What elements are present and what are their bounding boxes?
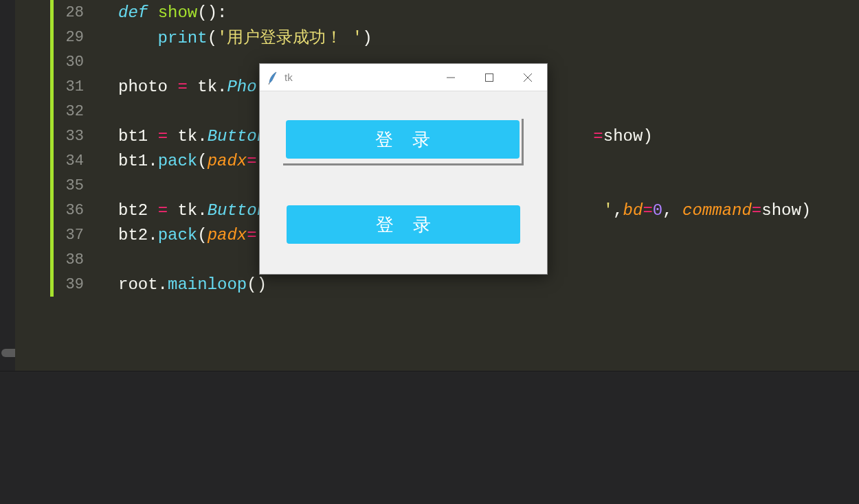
- code-content[interactable]: print('用户登录成功！ '): [89, 26, 372, 48]
- line-number: 36: [55, 202, 89, 219]
- left-margin: [0, 0, 15, 371]
- modified-indicator: [50, 0, 54, 297]
- tk-window-title: tk: [285, 71, 293, 83]
- svg-rect-2: [486, 73, 493, 81]
- line-number: 35: [55, 177, 89, 194]
- line-number: 32: [55, 103, 89, 120]
- code-content[interactable]: def show():: [89, 3, 227, 22]
- line-number: 37: [55, 227, 89, 244]
- line-number: 29: [55, 29, 89, 46]
- close-button[interactable]: [509, 64, 547, 91]
- line-number: 39: [55, 276, 89, 293]
- line-number: 33: [55, 128, 89, 145]
- window-controls: [432, 64, 547, 91]
- code-line[interactable]: 39root.mainloop(): [15, 272, 859, 297]
- svg-line-0: [269, 83, 269, 84]
- login-button-wrap-2: 登录: [287, 205, 520, 244]
- login-button-frame-1: 登录: [283, 119, 524, 165]
- code-content[interactable]: root.mainloop(): [89, 275, 267, 294]
- tk-body: 登录 登录: [260, 91, 547, 244]
- line-number: 34: [55, 152, 89, 170]
- code-content[interactable]: bt1.pack(padx=: [89, 152, 257, 170]
- line-number: 38: [55, 251, 89, 268]
- bottom-panel: [0, 371, 859, 504]
- tk-window: tk 登录 登录: [259, 63, 548, 275]
- login-button-2[interactable]: 登录: [287, 205, 520, 244]
- login-button-1[interactable]: 登录: [286, 120, 520, 159]
- code-content[interactable]: bt2.pack(padx=: [89, 226, 257, 244]
- code-line[interactable]: 28def show():: [15, 0, 859, 25]
- tk-titlebar[interactable]: tk: [260, 64, 547, 91]
- line-number: 30: [55, 54, 89, 71]
- line-number: 31: [55, 78, 89, 95]
- minimize-button[interactable]: [432, 64, 470, 91]
- maximize-button[interactable]: [470, 64, 509, 91]
- line-number: 28: [55, 4, 89, 21]
- code-content[interactable]: photo = tk.Phot: [89, 78, 267, 96]
- feather-icon: [265, 70, 279, 85]
- code-line[interactable]: 29 print('用户登录成功！ '): [15, 25, 859, 49]
